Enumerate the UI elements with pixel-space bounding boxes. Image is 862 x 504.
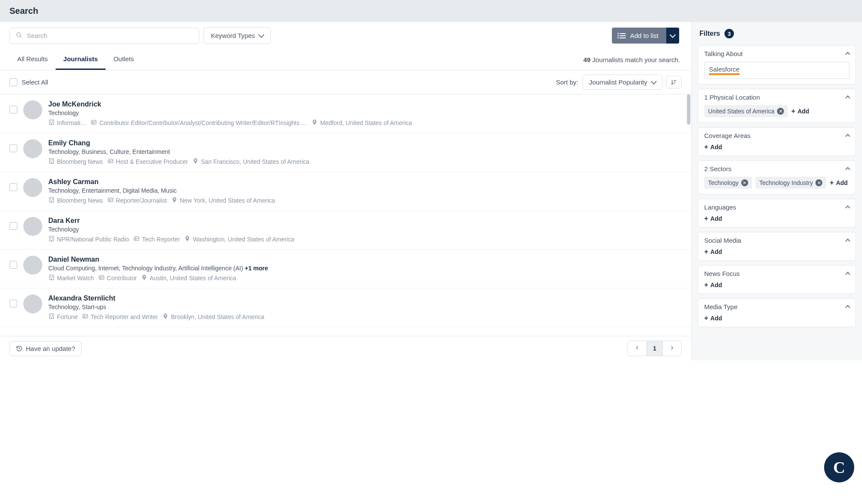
journalist-name[interactable]: Alexandra Sternlicht xyxy=(48,294,682,302)
journalist-name[interactable]: Dara Kerr xyxy=(48,217,682,225)
result-checkbox[interactable] xyxy=(9,183,17,191)
journalist-topics: Technology xyxy=(48,226,682,233)
filter-coverage-header[interactable]: Coverage Areas xyxy=(698,128,856,144)
more-topics[interactable]: +1 more xyxy=(245,265,268,272)
remove-tag-icon[interactable]: ✕ xyxy=(741,179,748,186)
svg-rect-54 xyxy=(52,315,53,316)
add-sector-button[interactable]: +Add xyxy=(830,179,848,186)
add-news-focus-button[interactable]: +Add xyxy=(704,282,849,288)
search-box[interactable] xyxy=(9,28,199,44)
chevron-down-icon xyxy=(258,32,264,38)
id-card-icon xyxy=(82,313,88,321)
add-social-button[interactable]: +Add xyxy=(704,248,849,255)
building-icon xyxy=(48,119,55,127)
id-card-icon xyxy=(91,119,97,127)
result-row[interactable]: Joe McKendrickTechnologyInformati…Contri… xyxy=(0,94,691,133)
svg-rect-33 xyxy=(50,237,51,238)
result-row[interactable]: Emily ChangTechnology, Business, Culture… xyxy=(0,133,691,172)
result-row[interactable]: Alexandra SternlichtTechnology, Start-up… xyxy=(0,288,691,327)
journalist-topics: Technology, Entertainment, Digital Media… xyxy=(48,187,682,194)
add-to-list-dropdown[interactable] xyxy=(666,28,679,44)
tab-journalists[interactable]: Journalists xyxy=(56,49,106,70)
sort-direction-button[interactable] xyxy=(666,76,682,88)
filter-sectors-header[interactable]: 2 Sectors xyxy=(698,161,856,177)
filter-media-type-header[interactable]: Media Type xyxy=(698,299,856,315)
svg-rect-4 xyxy=(52,121,53,122)
filter-news-focus-header[interactable]: News Focus xyxy=(698,266,856,282)
journalist-meta: Bloomberg NewsReporter/JournalistNew Yor… xyxy=(48,197,682,204)
svg-point-29 xyxy=(109,199,110,200)
filter-sectors: 2 Sectors Technology ✕ Technology Indust… xyxy=(698,160,856,194)
filter-social-header[interactable]: Social Media xyxy=(698,232,856,248)
role: Reporter/Journalist xyxy=(107,197,167,204)
result-checkbox[interactable] xyxy=(9,106,17,113)
sort-icon xyxy=(671,79,677,85)
svg-rect-16 xyxy=(52,161,53,162)
result-checkbox[interactable] xyxy=(9,222,17,230)
search-icon xyxy=(16,32,22,40)
filter-languages-header[interactable]: Languages xyxy=(698,199,856,215)
svg-point-59 xyxy=(84,316,85,317)
sort-select[interactable]: Journalist Popularity xyxy=(583,75,662,90)
svg-rect-36 xyxy=(52,238,53,239)
chevron-up-icon xyxy=(845,272,850,276)
result-body: Emily ChangTechnology, Business, Culture… xyxy=(48,139,682,166)
tab-outlets[interactable]: Outlets xyxy=(106,49,142,70)
outlet: NPR/National Public Radio xyxy=(48,235,129,243)
avatar xyxy=(23,100,42,119)
page-next[interactable] xyxy=(662,341,681,356)
remove-tag-icon[interactable]: ✕ xyxy=(815,179,822,186)
page-header: Search xyxy=(0,0,862,22)
svg-rect-56 xyxy=(52,316,53,317)
result-row[interactable]: Ashley CarmanTechnology, Entertainment, … xyxy=(0,172,691,211)
filter-talking-about-header[interactable]: Talking About xyxy=(698,46,856,62)
svg-rect-15 xyxy=(50,161,51,162)
role: Contributor Editor/Contributor/Analyst/C… xyxy=(91,119,307,127)
plus-icon: + xyxy=(704,282,708,288)
tab-all-results[interactable]: All Results xyxy=(9,49,56,70)
building-icon xyxy=(48,313,55,321)
svg-rect-45 xyxy=(50,277,51,278)
location: Washington, United States of America xyxy=(184,235,294,243)
result-checkbox[interactable] xyxy=(9,261,17,269)
chevron-right-icon xyxy=(669,344,675,351)
chevron-left-icon xyxy=(634,344,640,351)
svg-rect-55 xyxy=(50,316,51,317)
results-list[interactable]: Joe McKendrickTechnologyInformati…Contri… xyxy=(0,94,691,336)
result-row[interactable]: Dara KerrTechnologyNPR/National Public R… xyxy=(0,211,691,250)
journalist-name[interactable]: Daniel Newman xyxy=(48,256,682,263)
location: Austin, United States of America xyxy=(141,274,236,282)
add-media-type-button[interactable]: +Add xyxy=(704,315,849,322)
result-row[interactable]: Daniel NewmanCloud Computing, Internet, … xyxy=(0,250,691,288)
add-location-button[interactable]: +Add xyxy=(791,108,809,115)
chevron-up-icon xyxy=(845,305,850,310)
page-1[interactable]: 1 xyxy=(646,341,662,356)
add-language-button[interactable]: +Add xyxy=(704,215,849,222)
add-to-list-button[interactable]: Add to list xyxy=(612,28,666,44)
journalist-name[interactable]: Ashley Carman xyxy=(48,178,682,186)
journalist-name[interactable]: Joe McKendrick xyxy=(48,100,682,108)
list-icon xyxy=(620,33,626,38)
role: Host & Executive Producer xyxy=(107,158,188,166)
location: Medford, United States of America xyxy=(311,119,412,127)
keyword-types-dropdown[interactable]: Keyword Types xyxy=(204,27,271,44)
pin-icon xyxy=(162,313,169,321)
scrollbar[interactable] xyxy=(687,94,690,125)
add-coverage-button[interactable]: +Add xyxy=(704,144,849,150)
result-checkbox[interactable] xyxy=(9,300,17,307)
have-an-update-button[interactable]: Have an update? xyxy=(9,341,81,356)
result-checkbox[interactable] xyxy=(9,144,17,152)
remove-tag-icon[interactable]: ✕ xyxy=(777,108,784,115)
filter-location-header[interactable]: 1 Physical Location xyxy=(698,89,856,105)
role: Tech Reporter xyxy=(133,235,180,243)
filter-languages: Languages +Add xyxy=(698,199,856,228)
journalist-name[interactable]: Emily Chang xyxy=(48,139,682,147)
filters-panel: Filters 3 Talking About Salesforce 1 Phy… xyxy=(692,22,862,360)
page-prev[interactable] xyxy=(628,341,646,356)
svg-rect-35 xyxy=(50,238,51,239)
chevron-up-icon xyxy=(845,52,850,56)
select-all-checkbox[interactable] xyxy=(9,78,17,86)
talking-about-input[interactable]: Salesforce xyxy=(704,62,849,79)
search-input[interactable] xyxy=(27,32,193,39)
pagination: 1 xyxy=(627,341,682,356)
